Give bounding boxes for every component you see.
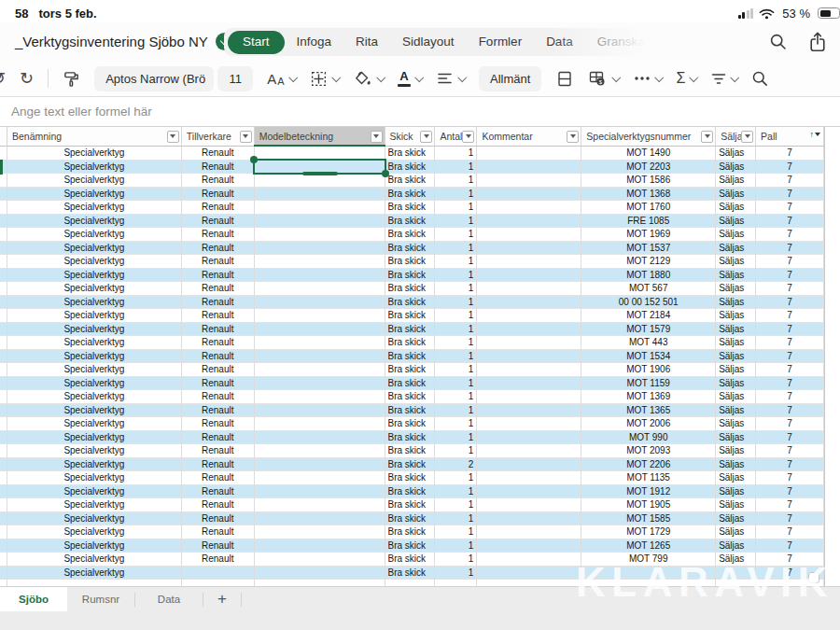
cell-r19-c6[interactable]: [477, 390, 581, 404]
table-row[interactable]: SpecialverktygRenaultBra skick1MOT 1365S…: [0, 404, 824, 418]
cell-r17-c3[interactable]: [255, 363, 385, 377]
cell-r9-c5[interactable]: 1: [435, 255, 477, 269]
cell-r1-c8[interactable]: Säljas: [716, 147, 756, 161]
redo-button[interactable]: ↻: [20, 70, 34, 87]
cell-r26-c5[interactable]: 1: [435, 485, 477, 499]
borders-button[interactable]: [310, 70, 340, 88]
cell-r30-c4[interactable]: Bra skick: [385, 539, 436, 553]
ribbon-tab-6[interactable]: Data: [534, 31, 585, 53]
cell-r2-c4[interactable]: Bra skick: [385, 161, 436, 175]
cell-r21-c5[interactable]: 1: [435, 417, 477, 431]
cell-r15-c8[interactable]: Säljas: [716, 336, 756, 350]
cell-r29-c3[interactable]: [255, 525, 385, 539]
cell-r7-c9[interactable]: 7: [756, 228, 824, 242]
cell-r10-c4[interactable]: Bra skick: [385, 269, 436, 283]
row-sliver-cell[interactable]: [0, 485, 7, 499]
cell-r14-c1[interactable]: Specialverktyg: [7, 323, 182, 337]
cell-r6-c9[interactable]: 7: [756, 215, 824, 229]
row-sliver-cell[interactable]: [0, 336, 7, 350]
sheet-tab-2[interactable]: Rumsnr: [67, 587, 134, 611]
column-header-6[interactable]: Kommentar: [477, 127, 581, 147]
cell-r23-c8[interactable]: Säljas: [716, 444, 756, 458]
filter-button[interactable]: [240, 131, 252, 143]
number-format-select[interactable]: Allmänt: [479, 66, 541, 91]
row-sliver-cell[interactable]: [0, 512, 7, 526]
cell-style-button[interactable]: $: [588, 69, 620, 88]
cell-r18-c9[interactable]: 7: [756, 377, 824, 391]
cell-r11-c4[interactable]: Bra skick: [385, 282, 436, 296]
filter-button[interactable]: [741, 131, 753, 143]
cell-r19-c4[interactable]: Bra skick: [385, 390, 436, 404]
table-row[interactable]: SpecialverktygRenaultBra skick100 00 152…: [0, 296, 824, 310]
cell-r20-c3[interactable]: [255, 404, 385, 418]
column-header-9[interactable]: Pall↑: [756, 127, 824, 147]
cell-r19-c8[interactable]: Säljas: [716, 390, 756, 404]
cell-r21-c2[interactable]: Renault: [182, 417, 255, 431]
cell-r9-c3[interactable]: [255, 255, 385, 269]
cell-r24-c5[interactable]: 2: [435, 458, 477, 472]
ribbon-tab-5[interactable]: Formler: [467, 31, 535, 53]
cell-r22-c7[interactable]: MOT 990: [581, 431, 716, 445]
formula-bar[interactable]: Ange text eller formel här: [0, 96, 840, 127]
cell-r6-c3[interactable]: [255, 215, 385, 229]
cell-r32-c1[interactable]: Specialverktyg: [7, 567, 182, 581]
ribbon-tab-7[interactable]: Granska: [585, 31, 657, 53]
cell-r4-c1[interactable]: Specialverktyg: [7, 188, 182, 202]
cell-r6-c6[interactable]: [477, 215, 581, 229]
cell-r10-c7[interactable]: MOT 1880: [581, 269, 716, 283]
cell-r23-c5[interactable]: 1: [435, 444, 477, 458]
cell-r27-c4[interactable]: Bra skick: [385, 498, 436, 512]
selection-fill-handle[interactable]: [302, 172, 338, 176]
cell-r25-c5[interactable]: 1: [435, 471, 477, 485]
cell-r5-c7[interactable]: MOT 1760: [581, 201, 716, 215]
table-row[interactable]: SpecialverktygRenaultBra skick1MOT 1912S…: [0, 485, 824, 499]
cell-r23-c2[interactable]: Renault: [182, 444, 255, 458]
cell-r6-c5[interactable]: 1: [435, 215, 477, 229]
cell-r10-c2[interactable]: Renault: [182, 269, 255, 283]
cell-r28-c8[interactable]: Säljas: [716, 512, 756, 526]
cell-r8-c5[interactable]: 1: [435, 242, 477, 256]
cell-r18-c8[interactable]: Säljas: [716, 377, 756, 391]
table-row[interactable]: SpecialverktygRenaultBra skick1MOT 2006S…: [0, 417, 824, 431]
cell-r14-c7[interactable]: MOT 1579: [581, 323, 716, 337]
cell-r24-c3[interactable]: [255, 458, 385, 472]
table-row[interactable]: SpecialverktygRenaultBra skick1MOT 1969S…: [0, 228, 824, 242]
cell-r20-c1[interactable]: Specialverktyg: [7, 404, 182, 418]
table-row[interactable]: SpecialverktygRenaultBra skick1MOT 1369S…: [0, 390, 824, 404]
row-sliver-cell[interactable]: [0, 323, 7, 337]
column-header-4[interactable]: Skick: [385, 127, 436, 147]
row-sliver-cell[interactable]: [0, 201, 7, 215]
cell-r13-c7[interactable]: MOT 2184: [581, 309, 716, 323]
table-row[interactable]: SpecialverktygRenaultBra skick1MOT 1586S…: [0, 174, 824, 188]
cell-r26-c2[interactable]: Renault: [182, 485, 255, 499]
cell-r32-c6[interactable]: [477, 567, 581, 581]
cell-r7-c7[interactable]: MOT 1969: [581, 228, 716, 242]
cell-r30-c7[interactable]: MOT 1265: [581, 539, 716, 553]
cell-r27-c6[interactable]: [477, 498, 581, 512]
table-row[interactable]: SpecialverktygRenaultBra skick1MOT 1135S…: [0, 471, 824, 485]
cell-r20-c2[interactable]: Renault: [182, 404, 255, 418]
cell-r30-c3[interactable]: [255, 539, 385, 553]
row-sliver-cell[interactable]: [0, 498, 7, 512]
cell-r11-c3[interactable]: [255, 282, 385, 296]
table-row[interactable]: SpecialverktygRenaultBra skick1MOT 1490S…: [0, 147, 824, 161]
cell-r28-c5[interactable]: 1: [435, 512, 477, 526]
sort-filter-icon[interactable]: ↑: [810, 130, 821, 139]
cell-r4-c6[interactable]: [477, 188, 581, 202]
row-sliver-cell[interactable]: [0, 377, 7, 391]
cell-r7-c6[interactable]: [477, 228, 581, 242]
cell-r3-c4[interactable]: Bra skick: [385, 174, 436, 188]
sheet-tab-1[interactable]: Sjöbo: [0, 587, 67, 611]
cell-r1-c7[interactable]: MOT 1490: [581, 147, 716, 161]
cell-r16-c2[interactable]: Renault: [182, 350, 255, 364]
cell-r17-c6[interactable]: [477, 363, 581, 377]
cell-r1-c9[interactable]: 7: [756, 147, 824, 161]
cell-r27-c1[interactable]: Specialverktyg: [7, 498, 182, 512]
row-sliver-cell[interactable]: [0, 296, 7, 310]
cell-r17-c5[interactable]: 1: [435, 363, 477, 377]
filter-button[interactable]: [371, 131, 383, 143]
cell-r27-c7[interactable]: MOT 1905: [581, 498, 716, 512]
cell-r20-c9[interactable]: 7: [756, 404, 824, 418]
cell-r21-c3[interactable]: [255, 417, 385, 431]
row-sliver-cell[interactable]: [0, 350, 7, 364]
